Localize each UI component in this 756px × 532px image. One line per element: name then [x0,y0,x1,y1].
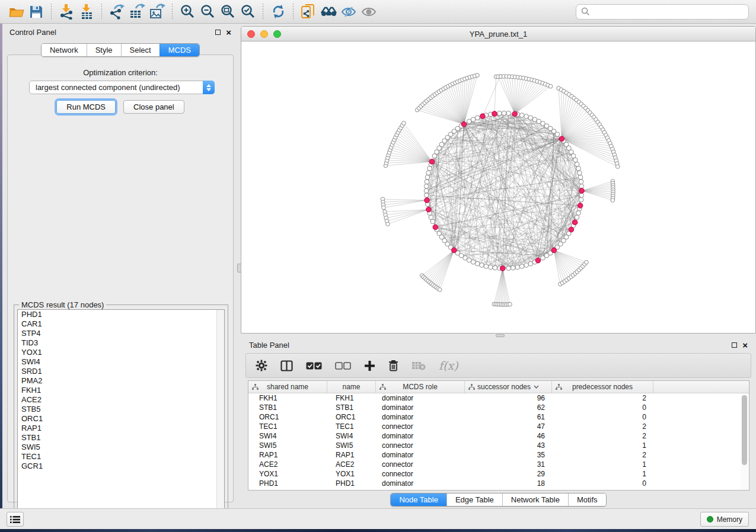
cell: ORC1 [327,412,376,422]
control-panel-title: Control Panel [9,28,56,37]
search-input[interactable] [590,7,744,16]
tab-mcds[interactable]: MCDS [160,44,199,56]
column-header-MCDS-role[interactable]: MCDS role [376,381,465,393]
cell: PHD1 [327,479,376,488]
mcds-result-item[interactable]: YOX1 [18,348,224,357]
zoom-selected-icon[interactable] [238,2,258,21]
table-tab-motifs[interactable]: Motifs [568,493,606,506]
table-tab-network-table[interactable]: Network Table [502,493,568,506]
mcds-tab-content: Optimization criterion: largest connecte… [7,55,234,502]
table-row[interactable]: STB1STB1dominator620 [248,403,749,412]
delete-column-icon[interactable] [388,360,398,371]
share-document-icon[interactable] [298,2,318,21]
hide-details-icon[interactable] [339,2,359,21]
export-table-icon[interactable] [127,2,147,21]
search-network-icon[interactable] [318,2,339,21]
open-session-icon[interactable] [6,2,26,21]
cell: 61 [465,412,552,422]
cell: connector [376,460,465,469]
table-tab-edge-table[interactable]: Edge Table [446,493,502,506]
table-row[interactable]: ACE2ACE2connector311 [248,460,749,469]
run-mcds-button[interactable]: Run MCDS [56,100,116,114]
memory-button[interactable]: Memory [700,512,749,527]
mcds-result-item[interactable]: SRD1 [18,367,224,376]
import-table-icon[interactable] [76,2,97,21]
table-scrollbar[interactable] [741,394,748,490]
optimization-criterion-dropdown[interactable]: largest connected component (undirected) [29,81,215,94]
function-builder-icon[interactable]: f(x) [439,359,458,372]
mcds-result-item[interactable]: RAP1 [18,424,224,433]
tab-select[interactable]: Select [121,44,160,56]
mcds-result-item[interactable]: SWI4 [18,357,224,367]
save-session-icon[interactable] [26,2,46,21]
zoom-fit-icon[interactable] [218,2,238,21]
mcds-result-item[interactable]: ORC1 [18,414,224,424]
delete-table-icon[interactable] [412,361,426,370]
task-history-button[interactable] [7,512,24,527]
column-header-predecessor-nodes[interactable]: predecessor nodes [552,381,653,393]
network-graph[interactable] [241,41,756,334]
table-body: FKH1FKH1dominator962STB1STB1dominator620… [248,393,749,488]
close-panel-icon[interactable]: × [226,30,231,35]
table-row[interactable]: TEC1TEC1connector472 [248,422,749,431]
mcds-result-item[interactable]: FKH1 [18,386,224,395]
mcds-result-item[interactable]: PMA2 [18,376,224,386]
tab-network[interactable]: Network [42,44,87,56]
close-panel-button[interactable]: Close panel [123,100,184,114]
mcds-result-item[interactable]: STP4 [18,329,224,338]
table-settings-gear-icon[interactable] [256,360,267,371]
mcds-list-scrollbar[interactable] [216,310,224,521]
network-canvas[interactable] [241,41,755,334]
cell: 35 [465,450,552,460]
zoom-out-icon[interactable] [197,2,218,21]
cell: STB1 [327,403,376,412]
table-row[interactable]: ORC1ORC1dominator610 [248,412,749,422]
table-row[interactable]: RAP1RAP1dominator352 [248,450,749,460]
mcds-result-item[interactable]: STB1 [18,433,224,443]
mcds-result-item[interactable]: PHD1 [18,310,224,319]
export-network-icon[interactable] [107,2,127,21]
mcds-result-list[interactable]: PHD1CAR1STP4TID3YOX1SWI4SRD1PMA2FKH1ACE2… [17,309,225,521]
node-table: shared namenameMCDS rolesuccessor nodesp… [248,380,749,491]
mcds-result-item[interactable]: CAR1 [18,319,224,329]
mcds-result-item[interactable]: SWI5 [18,443,224,452]
import-network-icon[interactable] [56,2,76,21]
cell: connector [376,469,465,479]
table-row[interactable]: YOX1YOX1connector291 [248,469,749,479]
cell: YOX1 [248,469,327,479]
column-header-successor-nodes[interactable]: successor nodes [465,381,552,393]
float-table-panel-icon[interactable] [732,342,737,348]
horizontal-splitter-handle[interactable] [496,334,505,337]
table-row[interactable]: FKH1FKH1dominator962 [248,393,749,403]
mcds-result-item[interactable]: STB5 [18,405,224,414]
table-panel: Table Panel × f(x) shared namenameMCD [241,338,756,508]
cell: 46 [465,431,552,441]
mcds-result-item[interactable]: GCR1 [18,462,224,471]
table-row[interactable]: SWI5SWI5connector431 [248,441,749,450]
cell: 1 [552,441,653,450]
mcds-result-item[interactable]: TEC1 [18,452,224,462]
column-header-name[interactable]: name [327,381,376,393]
optimization-criterion-label: Optimization criterion: [8,68,233,77]
zoom-in-icon[interactable] [177,2,197,21]
table-row[interactable]: SWI4SWI4dominator462 [248,431,749,441]
table-scrollbar-thumb[interactable] [742,395,747,465]
mcds-result-item[interactable]: ACE2 [18,395,224,405]
tab-style[interactable]: Style [87,44,121,56]
show-details-icon[interactable] [359,2,379,21]
refresh-layout-icon[interactable] [268,2,288,21]
show-column-panel-icon[interactable] [280,360,293,371]
select-all-columns-icon[interactable] [306,362,322,370]
horizontal-splitter[interactable] [241,334,756,338]
column-header-shared-name[interactable]: shared name [248,381,327,393]
table-tab-node-table[interactable]: Node Table [391,493,446,506]
table-row[interactable]: PHD1PHD1dominator180 [248,479,749,488]
mcds-result-item[interactable]: TID3 [18,338,224,348]
deselect-all-columns-icon[interactable] [335,362,351,370]
create-column-icon[interactable] [364,360,375,371]
export-image-icon[interactable] [147,2,167,21]
cell: 2 [552,450,653,460]
float-panel-icon[interactable] [215,30,221,35]
close-table-panel-icon[interactable]: × [742,342,748,348]
network-window-titlebar[interactable]: YPA_prune.txt_1 [241,27,755,41]
